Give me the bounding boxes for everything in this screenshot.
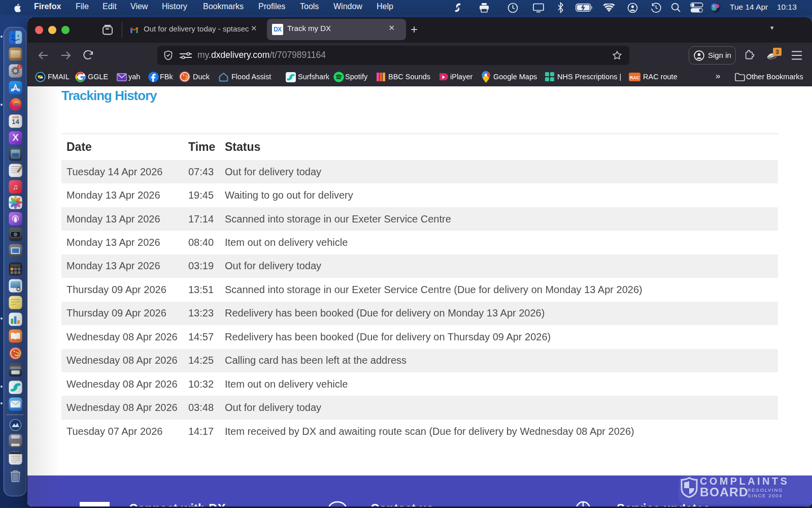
svg-text:RAC: RAC bbox=[630, 75, 640, 80]
